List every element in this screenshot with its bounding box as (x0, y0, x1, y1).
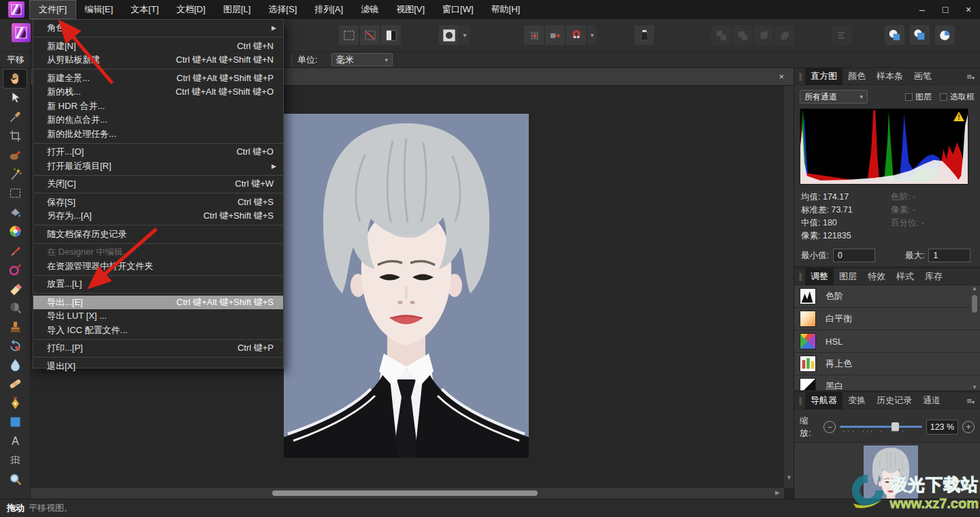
tool-color-picker[interactable] (3, 108, 27, 126)
menu-item-export-lut[interactable]: 导出 LUT [X] ... (33, 309, 283, 324)
menu-filters[interactable]: 滤镜 (352, 1, 387, 18)
zoom-value[interactable]: 123 % (926, 420, 958, 435)
marquee-checkbox[interactable]: 选取框 (940, 91, 975, 103)
bool-add-button[interactable] (885, 25, 904, 45)
menu-item-new-from-clipboard[interactable]: 从剪贴板新建Ctrl 键+Alt 键+Shift 键+N (33, 53, 283, 67)
menu-text[interactable]: 文本[T] (122, 1, 167, 18)
panel-grip-icon[interactable]: ∥ (798, 272, 802, 281)
zoom-in-button[interactable]: + (962, 421, 975, 433)
selection-mask-button[interactable] (381, 25, 401, 45)
histogram-tab-swatches[interactable]: 样本条 (871, 67, 909, 85)
menu-item-print[interactable]: 打印...[P]Ctrl 键+P (33, 341, 283, 356)
alignment-button[interactable] (832, 25, 851, 45)
move-backward-button[interactable] (753, 25, 773, 45)
menu-view[interactable]: 视图[V] (387, 1, 434, 18)
horizontal-scrollbar[interactable]: ▶ (31, 488, 784, 499)
zoom-slider-track[interactable] (840, 426, 922, 428)
scroll-right-icon[interactable]: ▶ (775, 489, 780, 496)
adjustments-tab-styles[interactable]: 样式 (891, 268, 919, 285)
document-close-icon[interactable]: × (779, 72, 784, 82)
menu-item-place[interactable]: 放置...[L] (33, 277, 283, 292)
menu-item-new-batch-job[interactable]: 新的批处理任务... (33, 127, 283, 142)
panel-grip-icon[interactable]: ∥ (798, 396, 802, 405)
menu-item-import-icc-profile[interactable]: 导入 ICC 配置文件... (33, 324, 283, 338)
tool-undo-brush[interactable] (3, 336, 27, 355)
menu-layer[interactable]: 图层[L] (214, 1, 259, 18)
menu-edit[interactable]: 编辑[E] (76, 1, 122, 18)
panel-menu-icon[interactable]: ≡▾ (966, 72, 975, 82)
scroll-up-icon[interactable]: ▲ (972, 285, 977, 292)
histogram-tab-color[interactable]: 颜色 (843, 67, 871, 85)
menu-item-exit[interactable]: 退出[X] (33, 360, 283, 374)
unit-dropdown[interactable]: 毫米 ▾ (331, 53, 393, 66)
tool-blur-drop[interactable] (3, 356, 27, 374)
tool-zoom-tool[interactable] (3, 470, 27, 488)
menu-select[interactable]: 选择[S] (259, 1, 306, 18)
tool-smudge-brush[interactable] (3, 146, 27, 164)
adjustment-white-balance[interactable]: 白平衡 (794, 308, 980, 330)
tool-text-tool[interactable]: A (3, 432, 27, 450)
navigator-tab-channels[interactable]: 通道 (917, 392, 946, 409)
vertical-scrollbar[interactable]: ▼ (784, 86, 794, 488)
scrollbar-thumb[interactable] (972, 295, 977, 313)
document-photo[interactable] (284, 114, 529, 458)
selection-slash-button[interactable] (360, 25, 380, 45)
zoom-out-button[interactable]: − (823, 421, 836, 433)
circle-mask-button[interactable] (439, 25, 459, 45)
histogram-tab-brushes[interactable]: 画笔 (909, 67, 937, 85)
selection-marquee-button[interactable] (339, 25, 359, 45)
chevron-down-icon[interactable]: ▾ (460, 25, 470, 45)
menu-item-export[interactable]: 导出...[E]Ctrl 键+Alt 键+Shift 键+S (33, 296, 283, 310)
menu-item-save-history-with-document[interactable]: 随文档保存历史记录 (33, 228, 283, 242)
menu-item-save-as[interactable]: 另存为...[A]Ctrl 键+Shift 键+S (33, 209, 283, 223)
scroll-down-icon[interactable]: ▼ (972, 384, 977, 390)
adjustments-tab-adjustment[interactable]: 调整 (805, 268, 834, 285)
adjustment-levels[interactable]: 色阶 (794, 285, 980, 308)
menu-arrange[interactable]: 排列[A] (306, 1, 352, 18)
snap-grid-button[interactable] (524, 25, 544, 45)
chevron-down-icon[interactable]: ▾ (587, 25, 597, 45)
tool-move-cursor[interactable] (3, 89, 27, 107)
tool-pan-hand[interactable] (3, 69, 27, 88)
navigator-tab-transform[interactable]: 变换 (843, 392, 871, 409)
tool-paint-brush[interactable] (3, 241, 27, 260)
warning-icon[interactable]: ! (953, 112, 964, 121)
assistant-button[interactable] (634, 25, 654, 45)
tool-clone-stamp[interactable] (3, 317, 27, 336)
menu-file[interactable]: 文件[F] (30, 1, 76, 18)
tool-flood-fill[interactable] (3, 203, 27, 221)
menu-document[interactable]: 文档[D] (167, 1, 214, 18)
navigator-tab-history[interactable]: 历史记录 (871, 392, 917, 409)
adjustment-black-white[interactable]: 黑白 (794, 375, 980, 390)
menu-item-new-hdr-merge[interactable]: 新 HDR 合并... (33, 99, 283, 114)
tool-crop[interactable] (3, 127, 27, 145)
menu-item-new-stack[interactable]: 新的栈...Ctrl 键+Alt 键+Shift 键+O (33, 85, 283, 99)
adjustments-scrollbar[interactable]: ▲ ▼ (970, 285, 979, 390)
menu-item-role[interactable]: 角色▶ (33, 21, 283, 35)
adjustments-tab-effects[interactable]: 特效 (862, 268, 891, 285)
menu-help[interactable]: 帮助[H] (483, 1, 529, 18)
scroll-down-icon[interactable]: ▼ (786, 474, 792, 481)
menu-item-new[interactable]: 新建[N]Ctrl 键+N (33, 40, 283, 54)
tool-healing-bandaid[interactable] (3, 375, 27, 393)
navigator-tab-navigator[interactable]: 导航器 (805, 392, 843, 409)
tool-recolor-brush[interactable] (3, 260, 27, 279)
menu-item-open-folder-in-explorer[interactable]: 在资源管理器中打开文件夹 (33, 260, 283, 274)
min-input[interactable] (833, 249, 875, 262)
tool-marquee[interactable] (3, 184, 27, 202)
menu-item-new-focus-merge[interactable]: 新的焦点合并... (33, 113, 283, 127)
snap-magnet-button[interactable] (566, 25, 586, 45)
bool-subtract-button[interactable] (910, 25, 930, 45)
histogram-tab-histogram[interactable]: 直方图 (805, 67, 843, 85)
move-to-front-button[interactable] (711, 25, 731, 45)
tool-color-wheel[interactable] (3, 222, 27, 240)
menu-item-new-panorama[interactable]: 新建全景...Ctrl 键+Alt 键+Shift 键+P (33, 72, 283, 86)
maximize-button[interactable]: □ (934, 0, 957, 19)
move-forward-button[interactable] (732, 25, 752, 45)
zoom-slider[interactable] (840, 421, 922, 433)
menu-window[interactable]: 窗口[W] (434, 1, 483, 18)
menu-item-open-recent[interactable]: 打开最近项目[R]▶ (33, 159, 283, 174)
affinity-photo-persona-icon[interactable] (12, 23, 31, 42)
menu-item-open[interactable]: 打开...[O]Ctrl 键+O (33, 145, 283, 159)
tool-magic-wand[interactable] (3, 165, 27, 183)
